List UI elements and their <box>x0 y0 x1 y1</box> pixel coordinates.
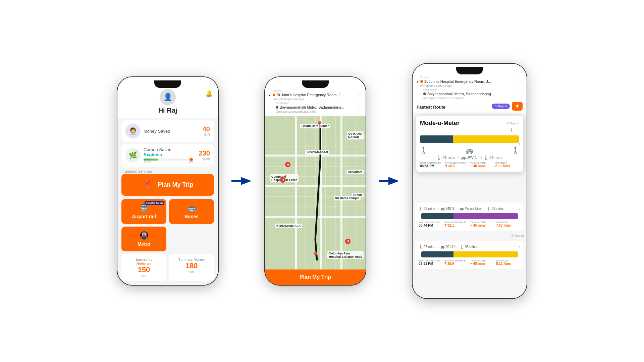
mode-meter-popup: Mode-o-Meter ⏱ Report ↓ 🚶 🚌 🚶 🚶 06 m <box>416 116 523 172</box>
main-scene: 🔔 👤 Hi Raj 🧑‍💼 Money Saved 40 INR <box>0 0 644 362</box>
money-saved-unit: INR <box>203 133 210 137</box>
source-sub-map: ///eruptions.period.cage <box>273 98 362 101</box>
phone-routes: ‹ Source St John's Hospital Emergency Ro… <box>413 64 527 298</box>
coming-soon-badge: COMING SOON <box>145 201 164 205</box>
carbon-progress <box>144 159 193 161</box>
meter-arrow: ↓ <box>420 127 519 133</box>
dest-dot-routes <box>423 93 426 95</box>
tummoc-money-value: 180 <box>173 261 210 270</box>
map-area: Health Care Center INDIRANAGAR CV RAMANA… <box>265 116 366 269</box>
service-grid: COMING SOON 🚆 Airport rail 🚌 Buses 🚇 Met… <box>117 199 218 251</box>
dest-heart-icon[interactable]: ♡ <box>357 105 362 110</box>
plan-trip-map-btn[interactable]: Plan My Trip <box>265 269 366 285</box>
avatar: 👤 <box>160 89 176 105</box>
est-price-label-2: ESTIMATED PRICE <box>444 221 469 224</box>
map-screen: ‹ Source St John's Hospital Emergency Ro… <box>265 77 366 285</box>
source-name-routes: St John's Hospital Emergency Room, J... <box>424 79 517 83</box>
filter-button[interactable]: ▼ <box>512 102 523 111</box>
source-name-map: St John's Hospital Emergency Room, J... <box>277 93 356 97</box>
route-card-2: 🚶 06 mins → 🚌 340-S → 🚌 Purple Line → 🚶 … <box>415 202 524 231</box>
map-label-drdo: DRDO <box>352 193 364 197</box>
map-pin-source: 📍 <box>315 121 324 129</box>
dest-name-routes: Baiyappanahalli Metro, Sadanandanag... <box>427 92 517 96</box>
earned-referrals-value: 150 <box>125 265 162 274</box>
tummoc-money-title: Tummoc Money <box>173 257 210 261</box>
est-price-label-1: ESTIMATED PRICE <box>445 162 469 164</box>
source-heart-routes[interactable]: ♡ <box>518 79 523 84</box>
airport-rail-button[interactable]: COMING SOON 🚆 Airport rail <box>121 199 166 224</box>
carbon-value: 230 <box>199 149 210 157</box>
dest-name-map: Baiyappanahalli Metro, Sadanandana... <box>280 105 356 109</box>
dest-heart-routes[interactable]: ♡ <box>518 91 523 97</box>
services-label: Tummoc Services <box>117 167 218 174</box>
dest-label-map: Destination <box>276 102 362 105</box>
bus-icon: 🚌 <box>187 204 196 213</box>
source-label-routes: Source <box>420 76 523 79</box>
money-saved-label: Money Saved <box>144 129 199 134</box>
est-price-value-3: ₹ 35.0 <box>444 262 469 265</box>
dest-label-routes: Destination <box>423 88 523 91</box>
metro-icon: 🚇 <box>140 231 149 240</box>
route-card-2-header: 🚶 06 mins → 🚌 340-S → 🚌 Purple Line → 🚶 … <box>419 206 521 211</box>
plan-trip-button[interactable]: 📍 Plan My Trip <box>121 174 214 196</box>
route-2-meter <box>421 213 518 219</box>
airport-rail-icon: 🚆 <box>140 204 149 213</box>
map-label-cvrama: CV RAMANAGAR <box>347 131 364 139</box>
distance-value-1: 8.11 Kms <box>495 164 519 168</box>
dest-sub-routes: ///trooper.scorecard.succumbs <box>423 97 523 100</box>
bus-mode-icon: 🚌 <box>466 147 473 154</box>
meter-bar <box>420 135 519 143</box>
back-icon[interactable]: ‹ <box>269 93 271 98</box>
home-header: 🔔 👤 Hi Raj <box>117 77 218 118</box>
back-icon-routes[interactable]: ‹ <box>417 79 418 84</box>
report-link-2: ⏱ Report <box>413 233 527 239</box>
travel-time-value-2: ~ 45 mins <box>470 224 495 227</box>
mode-meter-title: Mode-o-Meter <box>420 120 460 127</box>
source-sub-routes: ///eruptions.period.cage <box>420 84 523 87</box>
plan-trip-icon: 📍 <box>142 179 154 190</box>
travel-time-value-1: ~ 48 mins <box>470 164 494 168</box>
route-journey-3: 🚶 06 mins → 🚌 201-U → 🚶 03 mins <box>419 245 477 249</box>
report-link-meter: ⏱ Report <box>506 122 519 125</box>
buses-button[interactable]: 🚌 Buses <box>169 199 214 224</box>
source-label-map: Source <box>273 89 362 92</box>
card-arrow-1[interactable]: › <box>519 140 521 147</box>
card-arrow-3[interactable]: › <box>519 244 521 249</box>
phone-home: 🔔 👤 Hi Raj 🧑‍💼 Money Saved 40 INR <box>117 77 218 285</box>
nav-bar: 🏠 HOME 📍 YOUR RIDE 👤 ACCOUNT <box>117 284 218 285</box>
dest-sub-map: ///trooper.scorecard.succumbs <box>276 110 362 113</box>
card-arrow-2[interactable]: › <box>519 206 521 211</box>
metro-button[interactable]: 🚇 Metro <box>121 227 166 251</box>
report-button-header[interactable]: ⚠ Report <box>492 104 510 109</box>
walk-icon-left: 🚶 <box>420 147 427 154</box>
bell-icon[interactable]: 🔔 <box>205 90 213 97</box>
tummoc-money-card: Tummoc Money 180 INR <box>169 254 214 281</box>
distance-label-3: DISTANCE <box>496 259 521 262</box>
metro-label: Metro <box>138 241 150 247</box>
map-label-shivoham: Shivoham <box>346 170 364 174</box>
est-price-label-3: ESTIMATED PRICE <box>444 259 469 262</box>
plan-trip-label: Plan My Trip <box>158 181 193 188</box>
travel-time-label-2: TRAVEL TIME <box>470 221 495 224</box>
route-3-meter <box>421 251 518 257</box>
distance-label-2: DISTANCE <box>496 221 521 224</box>
map-pin-dest: 📍 <box>311 251 320 259</box>
route-details-2: NEXT SCHEDULED 08:44 PM ESTIMATED PRICE … <box>419 221 521 227</box>
distance-label-1: DISTANCE <box>495 162 519 164</box>
buses-label: Buses <box>184 214 199 219</box>
route-details-1: NEXT SCHEDULED 08:51 PM ESTIMATED PRICE … <box>420 162 519 168</box>
map-label-indiranagar: INDIRANAGAR <box>305 150 329 155</box>
source-dot <box>273 94 275 96</box>
progress-label-max: 100 <box>189 161 193 163</box>
earned-referrals-title: Earned byReferrals <box>125 257 162 265</box>
earned-referrals-unit: INR <box>125 274 162 278</box>
bottom-stats: Earned byReferrals 150 INR Tummoc Money … <box>117 251 218 284</box>
arrow-1 <box>231 176 252 186</box>
source-heart-icon[interactable]: ♡ <box>357 92 362 98</box>
map-label-koramangala: KORAMANGALA <box>275 224 302 228</box>
phone-map: ‹ Source St John's Hospital Emergency Ro… <box>265 77 366 285</box>
fastest-route-label: Fastest Route <box>417 103 445 110</box>
next-sched-value-1: 08:51 PM <box>420 164 444 168</box>
map-header: ‹ Source St John's Hospital Emergency Ro… <box>265 77 366 116</box>
next-sched-value-3: 08:51 PM <box>419 262 443 265</box>
